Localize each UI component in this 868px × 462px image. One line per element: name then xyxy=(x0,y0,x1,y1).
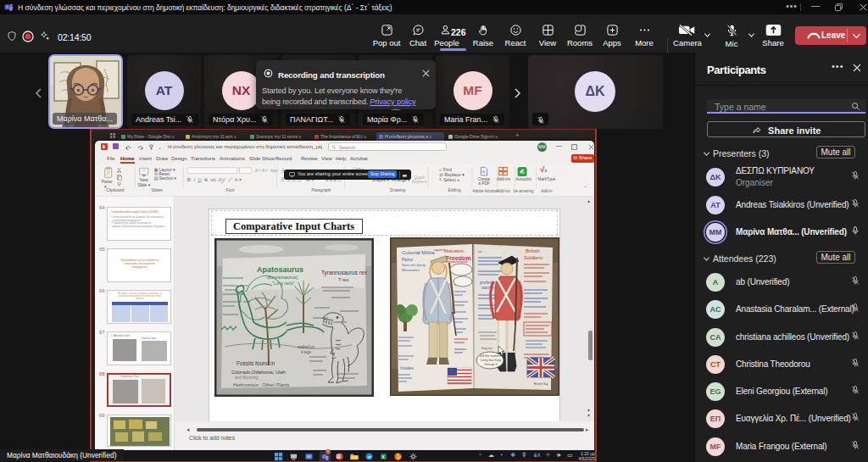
svg-text:Motivation:: Motivation: xyxy=(444,248,465,253)
svg-text:and Wyoming: and Wyoming xyxy=(235,376,259,380)
svg-text:British flag: British flag xyxy=(534,382,548,386)
svg-text:Sons of Liberty: Sons of Liberty xyxy=(402,263,426,267)
svg-text:Say no: Say no xyxy=(481,346,492,350)
svg-text:4 legs: 4 legs xyxy=(301,350,312,354)
svg-text:P: P xyxy=(337,454,340,459)
svg-text:Minutemen: Minutemen xyxy=(402,268,420,272)
svg-text:Soldiers:: Soldiers: xyxy=(524,255,544,260)
svg-text:George II: George II xyxy=(484,363,498,366)
svg-text:no: no xyxy=(478,249,482,253)
svg-text:"Long neck": "Long neck" xyxy=(272,281,295,286)
svg-text:Long live King: Long live King xyxy=(481,359,501,362)
svg-text:Apatosaurus: Apatosaurus xyxy=(257,265,303,274)
svg-text:Colorado,Oklahoma, Utah: Colorado,Oklahoma, Utah xyxy=(231,370,286,375)
svg-text:Tyrannosaurus rex: Tyrannosaurus rex xyxy=(321,270,368,276)
svg-text:T rex: T rex xyxy=(338,277,349,282)
svg-text:Freedom: Freedom xyxy=(446,255,471,261)
svg-text:Colonial Militia: Colonial Militia xyxy=(402,250,435,255)
svg-text:Patriot: Patriot xyxy=(402,258,414,262)
svg-text:Invades: Invades xyxy=(400,366,415,370)
svg-text:Herbivorous : Other/ Plants: Herbivorous : Other/ Plants xyxy=(233,382,290,387)
svg-text:X: X xyxy=(381,454,385,459)
svg-text:warriors: warriors xyxy=(481,285,497,290)
svg-text:Fossils found in: Fossils found in xyxy=(236,360,275,366)
svg-text:walked on: walked on xyxy=(298,345,315,349)
svg-text:British: British xyxy=(526,248,540,253)
